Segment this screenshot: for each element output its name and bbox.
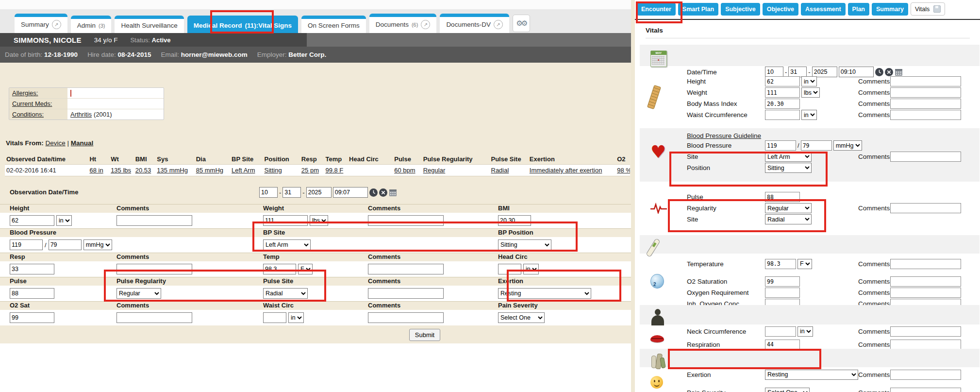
pulse-regularity-select[interactable]: Regular: [116, 288, 161, 299]
settings-gear-button[interactable]: ⚙⚙: [513, 15, 530, 32]
height-comments-input[interactable]: [890, 76, 961, 86]
bp-guideline-link[interactable]: Blood Pressure Guideline: [687, 132, 858, 139]
tab-health-surveillance[interactable]: Health Surveillance: [115, 16, 183, 33]
resp-input[interactable]: [10, 264, 54, 274]
bp-position-select[interactable]: Sitting: [498, 239, 551, 250]
bmi-comments-input[interactable]: [890, 99, 961, 109]
tab-documents[interactable]: Documents(6)↗: [369, 14, 437, 33]
popout-arrow-icon[interactable]: ↗: [52, 20, 61, 29]
vitals-from-manual-link[interactable]: Manual: [71, 139, 94, 147]
pulse-site-select[interactable]: Radial: [263, 288, 308, 299]
waist-comments-input[interactable]: [890, 110, 961, 120]
obs-month-input[interactable]: [259, 187, 278, 198]
tab-objective[interactable]: Objective: [763, 3, 798, 16]
bp-site-select[interactable]: Left Arm: [263, 239, 311, 250]
current-meds-label-cell[interactable]: Current Meds:: [9, 99, 67, 109]
oxygen-requirement-input[interactable]: [765, 288, 800, 298]
table-cell[interactable]: Sitting: [263, 165, 299, 176]
waist-unit-select[interactable]: in: [288, 312, 304, 323]
clear-datetime-icon[interactable]: [379, 188, 387, 197]
obs-day-input[interactable]: [282, 187, 301, 198]
tab-smart-plan[interactable]: Smart Plan: [678, 3, 718, 16]
bp-unit-select[interactable]: mmHg: [83, 239, 112, 250]
table-cell[interactable]: Radial: [490, 165, 528, 176]
obs-year-input[interactable]: [306, 187, 332, 198]
table-cell[interactable]: 68 in: [88, 165, 109, 176]
temp-input[interactable]: [263, 264, 296, 274]
o2-saturation-comments-input[interactable]: [890, 276, 961, 287]
tab-plan[interactable]: Plan: [848, 3, 869, 16]
allergies-label-cell[interactable]: Allergies:: [9, 88, 67, 98]
tab-medical-record[interactable]: Medical Record(11):Vital Signs: [187, 16, 298, 33]
pulse-comments-input[interactable]: [368, 288, 444, 299]
exertion-select[interactable]: Resting: [498, 288, 591, 299]
vitals-from-device-link[interactable]: Device: [46, 139, 66, 147]
waist-circ-input[interactable]: [765, 110, 800, 120]
pulse-regularity-select[interactable]: Regular: [765, 203, 812, 213]
resp-comments-input[interactable]: [116, 264, 192, 274]
weight-comments-input[interactable]: [890, 87, 961, 98]
temp-unit-select[interactable]: F: [298, 264, 313, 274]
table-cell[interactable]: 98 %: [615, 165, 630, 176]
height-unit-select[interactable]: in: [56, 215, 72, 226]
table-cell[interactable]: 60 bpm: [393, 165, 422, 176]
popout-arrow-icon[interactable]: ↗: [494, 20, 503, 29]
temp-comments-input[interactable]: [368, 264, 444, 274]
weight-input[interactable]: [263, 215, 308, 226]
bp-position-select[interactable]: Sitting: [765, 163, 812, 173]
waist-circ-input[interactable]: [263, 312, 286, 323]
pain-severity-select[interactable]: Select One: [765, 388, 810, 392]
clock-icon[interactable]: [369, 188, 378, 197]
tab-assessment[interactable]: Assessment: [801, 3, 846, 16]
obs-time-input[interactable]: [333, 187, 368, 198]
pain-severity-select[interactable]: Select One: [498, 312, 545, 323]
pulse-site-select[interactable]: Radial: [765, 214, 812, 224]
o2-comments-input[interactable]: [116, 312, 192, 323]
pulse-comments-input[interactable]: [890, 203, 961, 213]
table-cell[interactable]: 25 pm: [300, 165, 324, 176]
waist-unit-select[interactable]: in: [801, 110, 817, 120]
weight-input[interactable]: [765, 87, 800, 98]
height-unit-select[interactable]: in: [801, 76, 817, 86]
pulse-input[interactable]: [765, 192, 800, 202]
respiration-input[interactable]: [765, 340, 800, 350]
head-circ-input[interactable]: [498, 264, 521, 274]
o2-saturation-input[interactable]: [765, 276, 800, 287]
bp-diastolic-input[interactable]: [801, 140, 832, 151]
bp-systolic-input[interactable]: [765, 140, 796, 151]
weight-unit-select[interactable]: lbs: [801, 87, 820, 98]
conditions-label-cell[interactable]: Conditions:: [9, 109, 67, 119]
height-input[interactable]: [10, 215, 54, 226]
tab-vitals[interactable]: Vitals: [911, 2, 945, 16]
submit-button[interactable]: Submit: [409, 329, 440, 341]
height-comments-input[interactable]: [116, 215, 192, 226]
o2-sat-input[interactable]: [10, 312, 54, 323]
table-cell[interactable]: Left Arm: [230, 165, 263, 176]
pulse-input[interactable]: [10, 288, 54, 299]
respiration-comments-input[interactable]: [890, 340, 961, 350]
oxygen-requirement-comments-input[interactable]: [890, 288, 961, 298]
tab-encounter[interactable]: Encounter: [637, 3, 676, 16]
bp-comments-input[interactable]: [890, 152, 961, 162]
tab-documents-dv[interactable]: Documents-DV↗: [440, 14, 509, 33]
head-circ-unit-select[interactable]: in: [523, 264, 539, 274]
bp-site-select[interactable]: Left Arm: [765, 152, 812, 162]
tab-admin[interactable]: Admin(3): [71, 16, 112, 33]
tab-on-screen-forms[interactable]: On Screen Forms: [301, 16, 366, 33]
popout-arrow-icon[interactable]: ↗: [421, 20, 430, 29]
table-cell[interactable]: 85 mmHg: [195, 165, 230, 176]
calendar-icon[interactable]: [389, 188, 397, 197]
table-cell[interactable]: 99.8 F: [324, 165, 348, 176]
bp-systolic-input[interactable]: [10, 239, 43, 250]
tab-subjective[interactable]: Subjective: [721, 3, 760, 16]
waist-comments-input[interactable]: [368, 312, 444, 323]
height-input[interactable]: [765, 76, 800, 86]
weight-comments-input[interactable]: [368, 215, 444, 226]
tab-summary[interactable]: Summary↗: [15, 14, 67, 33]
bp-diastolic-input[interactable]: [49, 239, 82, 250]
table-cell[interactable]: 135 lbs: [109, 165, 134, 176]
tab-summary[interactable]: Summary: [872, 3, 908, 16]
table-cell[interactable]: Immediately after exertion: [528, 165, 615, 176]
condition-arthritis-link[interactable]: Arthritis: [70, 111, 92, 118]
table-cell[interactable]: 20.53: [134, 165, 156, 176]
